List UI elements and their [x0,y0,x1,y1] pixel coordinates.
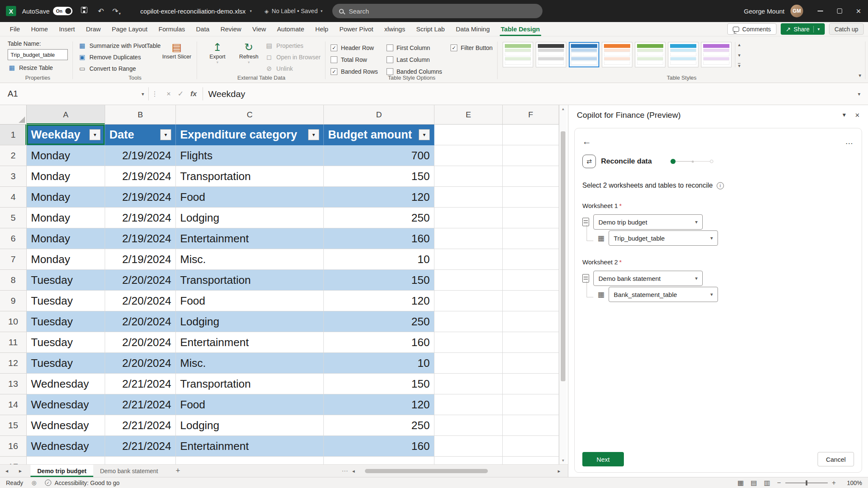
ribbon-tab-formulas[interactable]: Formulas [153,22,191,36]
cell[interactable]: 120 [324,187,434,208]
cell[interactable]: 2/19/2024 [105,208,176,228]
scrollbar-thumb[interactable] [561,131,565,381]
empty-cell[interactable] [434,332,503,353]
empty-cell[interactable] [27,457,105,464]
empty-cell[interactable] [434,311,503,332]
table1-select[interactable]: Trip_budget_table ▾ [609,230,718,246]
ribbon-tab-file[interactable]: File [4,22,25,36]
resize-table-button[interactable]: ▦ Resize Table [8,62,68,73]
empty-cell[interactable] [503,311,559,332]
worksheet1-select[interactable]: Demo trip budget ▾ [593,214,703,230]
user-name[interactable]: George Mount [744,8,785,15]
column-header-b[interactable]: B [105,105,176,125]
row-header-13[interactable]: 13 [0,374,27,394]
header-cell-weekday[interactable]: Weekday▾ [27,125,105,145]
cell[interactable]: Monday [27,228,105,249]
row-header-2[interactable]: 2 [0,145,27,166]
cell[interactable]: 250 [324,208,434,228]
export-button[interactable]: ↥ Export ▾ [202,39,233,64]
cell[interactable]: 2/19/2024 [105,166,176,187]
ribbon-tab-page-layout[interactable]: Page Layout [106,22,153,36]
row-header-6[interactable]: 6 [0,228,27,249]
table-style-dark-gray[interactable] [536,42,566,67]
cell[interactable]: 150 [324,166,434,187]
cell[interactable]: 150 [324,374,434,394]
row-header-5[interactable]: 5 [0,208,27,228]
empty-cell[interactable] [503,187,559,208]
scroll-up-icon[interactable]: ▴ [559,105,567,113]
column-header-e[interactable]: E [434,105,503,125]
cell[interactable]: Wednesday [27,374,105,394]
table-style-blue[interactable] [569,42,599,67]
sheet-nav-left-icon[interactable]: ◂ [0,468,14,474]
scroll-left-icon[interactable]: ◂ [352,468,355,474]
cell[interactable]: 2/20/2024 [105,311,176,332]
column-header-d[interactable]: D [324,105,434,125]
comments-button[interactable]: Comments [727,23,776,35]
cell[interactable]: Transportation [176,270,324,291]
cell[interactable]: Monday [27,145,105,166]
row-header-11[interactable]: 11 [0,332,27,353]
autosave-control[interactable]: AutoSave On [22,7,72,15]
worksheet2-select[interactable]: Demo bank statement ▾ [593,271,703,286]
collapse-ribbon-icon[interactable]: ▾ [859,72,861,78]
empty-cell[interactable] [503,374,559,394]
scroll-right-icon[interactable]: ▸ [558,468,560,474]
column-header-a[interactable]: A [27,105,105,125]
empty-cell[interactable] [503,145,559,166]
table-style-purple[interactable] [701,42,732,67]
cell[interactable]: 160 [324,332,434,353]
row-header-14[interactable]: 14 [0,394,27,415]
zoom-slider[interactable] [785,482,828,483]
info-icon[interactable]: i [717,182,724,189]
row-header-3[interactable]: 3 [0,166,27,187]
cell[interactable]: Tuesday [27,270,105,291]
cell[interactable]: 10 [324,353,434,374]
cell[interactable]: 250 [324,311,434,332]
refresh-button[interactable]: ↻ Refresh ▾ [234,39,264,64]
name-box[interactable]: A1 ▾ [0,83,148,105]
catch-up-button[interactable]: Catch up [829,23,864,35]
horizontal-scrollbar[interactable]: ⋯ ◂ ▸ [342,465,560,477]
zoom-knob[interactable] [806,480,807,485]
cell[interactable]: 2/21/2024 [105,374,176,394]
empty-cell[interactable] [434,436,503,457]
ribbon-tab-insert[interactable]: Insert [53,22,81,36]
empty-cell[interactable] [503,228,559,249]
macro-record-icon[interactable]: ◎ [31,480,36,486]
empty-cell[interactable] [434,394,503,415]
filter-button-weekday[interactable]: ▾ [89,129,100,140]
more-options-icon[interactable]: … [845,137,854,146]
cell[interactable]: 2/21/2024 [105,436,176,457]
gallery-up-icon[interactable]: ▴ [738,42,740,47]
ribbon-tab-table-design[interactable]: Table Design [495,22,545,36]
cell[interactable]: Monday [27,187,105,208]
row-header-15[interactable]: 15 [0,415,27,436]
close-button[interactable]: × [849,0,868,22]
select-all-button[interactable] [0,105,27,125]
button-convert-to-range[interactable]: ▭Convert to Range [78,63,161,74]
header-cell-date[interactable]: Date▾ [105,125,176,145]
filter-button-budget-amount[interactable]: ▾ [419,129,430,140]
search-input[interactable]: Search [332,4,542,18]
empty-cell[interactable] [434,457,503,464]
table-style-orange[interactable] [602,42,632,67]
cell[interactable]: Flights [176,145,324,166]
zoom-out-icon[interactable]: − [777,479,781,487]
normal-view-icon[interactable]: ▦ [737,479,744,487]
ribbon-tab-view[interactable]: View [247,22,271,36]
zoom-in-icon[interactable]: + [832,479,836,487]
cell[interactable]: 160 [324,436,434,457]
row-header-9[interactable]: 9 [0,291,27,311]
cell[interactable]: 10 [324,249,434,270]
cell[interactable]: 2/19/2024 [105,187,176,208]
empty-cell[interactable] [434,228,503,249]
table-style-green[interactable] [635,42,665,67]
empty-cell[interactable] [434,125,503,145]
table2-select[interactable]: Bank_statement_table ▾ [609,287,718,302]
cell[interactable]: Misc. [176,353,324,374]
empty-cell[interactable] [434,145,503,166]
cell[interactable]: 2/20/2024 [105,270,176,291]
cell[interactable]: Tuesday [27,311,105,332]
formula-input[interactable]: Weekday [203,89,245,99]
